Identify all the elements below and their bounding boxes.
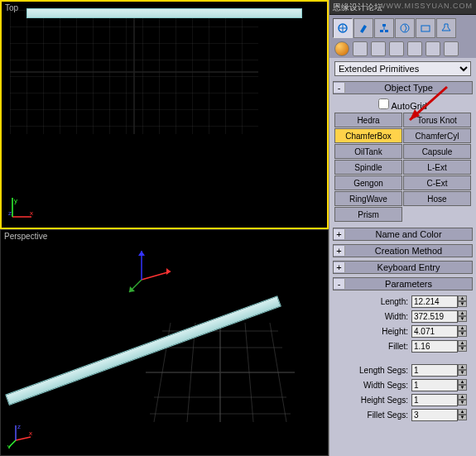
rollout-toggle[interactable]: + bbox=[334, 246, 345, 256]
hose-button[interactable]: Hose bbox=[403, 191, 471, 206]
utilities-tab[interactable] bbox=[436, 18, 456, 38]
display-tab[interactable] bbox=[416, 18, 435, 38]
length-spinner[interactable]: ▲▼ bbox=[411, 295, 469, 308]
length_segs-input[interactable] bbox=[411, 364, 458, 377]
viewport-top[interactable]: Top x y z bbox=[0, 0, 329, 229]
hierarchy-tab[interactable] bbox=[374, 18, 394, 38]
height_segs-spin-down[interactable]: ▼ bbox=[458, 400, 467, 406]
fillet_segs-input[interactable] bbox=[411, 409, 458, 421]
length-spin-down[interactable]: ▼ bbox=[458, 301, 467, 307]
prism-button[interactable]: Prism bbox=[334, 207, 402, 222]
svg-text:z: z bbox=[17, 424, 21, 430]
width_segs-spinner[interactable]: ▲▼ bbox=[411, 379, 469, 391]
rollout-title: Object Type bbox=[345, 83, 472, 93]
systems-icon[interactable] bbox=[444, 41, 459, 56]
width-spinner[interactable]: ▲▼ bbox=[411, 310, 469, 323]
rollout-title: Keyboard Entry bbox=[345, 262, 472, 272]
autogrid-label: AutoGrid bbox=[392, 101, 427, 111]
svg-marker-19 bbox=[166, 268, 171, 275]
keyboard-entry-header[interactable]: +Keyboard Entry bbox=[333, 261, 473, 274]
autogrid-row: AutoGrid bbox=[334, 97, 471, 113]
axis-gizmo-persp: x y z bbox=[7, 424, 32, 449]
height_segs-spinner[interactable]: ▲▼ bbox=[411, 394, 469, 406]
height_segs-spin-up[interactable]: ▲ bbox=[458, 394, 467, 400]
command-panel: 恩缘设计论坛 WWW.MISSYUAN.COM Extended Primiti… bbox=[329, 0, 476, 456]
shapes-icon[interactable] bbox=[353, 41, 368, 56]
fillet_segs-spinner[interactable]: ▲▼ bbox=[411, 409, 469, 421]
panel-titlebar: 恩缘设计论坛 WWW.MISSYUAN.COM bbox=[329, 0, 476, 15]
fillet-input[interactable] bbox=[411, 340, 458, 353]
svg-text:x: x bbox=[29, 430, 32, 437]
height-input[interactable] bbox=[411, 325, 458, 338]
gengon-button[interactable]: Gengon bbox=[334, 175, 402, 190]
object-type-header[interactable]: - Object Type bbox=[333, 81, 473, 94]
chamferbox-object-top[interactable] bbox=[26, 8, 302, 18]
titlebar-text: 恩缘设计论坛 bbox=[333, 2, 382, 13]
viewport-perspective[interactable]: Perspective bbox=[0, 229, 329, 457]
fillet_segs-spin-down[interactable]: ▼ bbox=[458, 415, 467, 420]
width_segs-input[interactable] bbox=[411, 379, 458, 391]
height_segs-input[interactable] bbox=[411, 394, 458, 406]
width-input[interactable] bbox=[411, 310, 458, 323]
height-spin-up[interactable]: ▲ bbox=[458, 325, 467, 331]
watermark: WWW.MISSYUAN.COM bbox=[378, 2, 473, 10]
spacewarps-icon[interactable] bbox=[426, 41, 440, 56]
primitive-select[interactable]: Extended Primitives bbox=[334, 61, 471, 76]
chamfercyl-button[interactable]: ChamferCyl bbox=[403, 128, 471, 143]
fillet-spin-down[interactable]: ▼ bbox=[458, 346, 467, 352]
height-spinner[interactable]: ▲▼ bbox=[411, 325, 469, 338]
category-icons bbox=[329, 40, 476, 58]
svg-rect-33 bbox=[382, 24, 386, 26]
length_segs-spin-up[interactable]: ▲ bbox=[458, 364, 467, 370]
helpers-icon[interactable] bbox=[407, 41, 422, 56]
create-tab[interactable] bbox=[333, 18, 353, 38]
motion-tab[interactable] bbox=[395, 18, 415, 38]
width_segs-spin-up[interactable]: ▲ bbox=[458, 379, 467, 385]
object-button-grid: HedraTorus KnotChamferBoxChamferCylOilTa… bbox=[334, 113, 471, 222]
length-input[interactable] bbox=[411, 295, 458, 308]
hedra-button[interactable]: Hedra bbox=[334, 113, 402, 127]
fillet-spinner[interactable]: ▲▼ bbox=[411, 340, 469, 353]
fillet_segs-row: Fillet Segs: ▲▼ bbox=[336, 409, 469, 421]
length_segs-label: Length Segs: bbox=[336, 366, 408, 375]
height-spin-down[interactable]: ▼ bbox=[458, 331, 467, 337]
length_segs-spin-down[interactable]: ▼ bbox=[458, 370, 467, 376]
length-label: Length: bbox=[336, 297, 408, 306]
move-gizmo[interactable] bbox=[125, 247, 175, 296]
fillet-spin-up[interactable]: ▲ bbox=[458, 340, 467, 346]
oiltank-button[interactable]: OilTank bbox=[334, 144, 402, 159]
rollout-title: Creation Method bbox=[345, 246, 472, 256]
width_segs-spin-down[interactable]: ▼ bbox=[458, 385, 467, 391]
rollout-toggle[interactable]: + bbox=[334, 262, 345, 272]
length-spin-up[interactable]: ▲ bbox=[458, 295, 467, 301]
svg-rect-35 bbox=[385, 30, 388, 32]
cameras-icon[interactable] bbox=[389, 41, 404, 56]
length_segs-row: Length Segs: ▲▼ bbox=[336, 364, 469, 377]
primitive-dropdown[interactable]: Extended Primitives bbox=[334, 61, 471, 76]
geometry-icon[interactable] bbox=[334, 41, 349, 56]
fillet_segs-spin-up[interactable]: ▲ bbox=[458, 409, 467, 415]
command-tabs bbox=[329, 15, 476, 40]
ringwave-button[interactable]: RingWave bbox=[334, 191, 402, 206]
rollout-toggle[interactable]: - bbox=[334, 83, 345, 93]
width-spin-up[interactable]: ▲ bbox=[458, 310, 467, 316]
name-color-header[interactable]: +Name and Color bbox=[333, 228, 473, 241]
spindle-button[interactable]: Spindle bbox=[334, 160, 402, 175]
svg-line-18 bbox=[142, 271, 171, 280]
torus-knot-button[interactable]: Torus Knot bbox=[403, 113, 471, 127]
rollout-title: Name and Color bbox=[345, 229, 472, 239]
width_segs-label: Width Segs: bbox=[336, 381, 408, 390]
capsule-button[interactable]: Capsule bbox=[403, 144, 471, 159]
l-ext-button[interactable]: L-Ext bbox=[403, 160, 471, 175]
autogrid-checkbox[interactable] bbox=[378, 98, 389, 109]
length_segs-spinner[interactable]: ▲▼ bbox=[411, 364, 469, 377]
rollout-toggle[interactable]: - bbox=[334, 279, 345, 289]
c-ext-button[interactable]: C-Ext bbox=[403, 175, 471, 190]
lights-icon[interactable] bbox=[371, 41, 386, 56]
rollout-toggle[interactable]: + bbox=[334, 229, 345, 239]
creation-method-header[interactable]: +Creation Method bbox=[333, 244, 473, 257]
width-spin-down[interactable]: ▼ bbox=[458, 316, 467, 322]
chamferbox-button[interactable]: ChamferBox bbox=[334, 128, 402, 143]
modify-tab[interactable] bbox=[353, 18, 373, 38]
parameters-header[interactable]: -Parameters bbox=[333, 277, 473, 290]
